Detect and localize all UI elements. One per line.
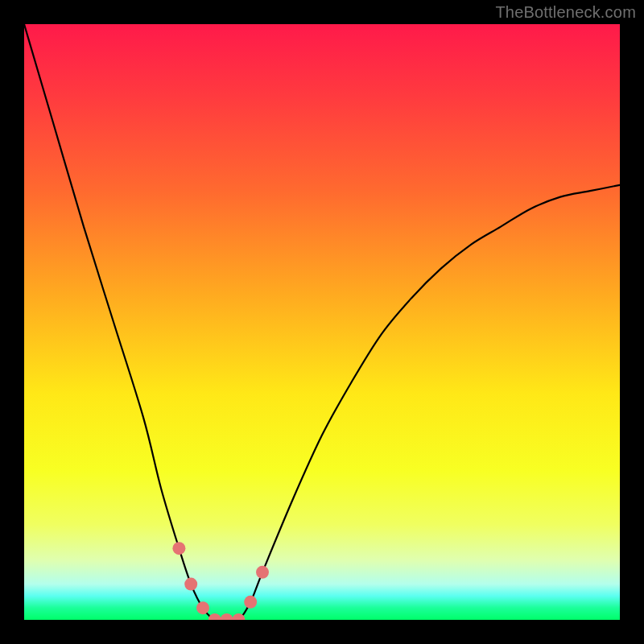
chart-frame: TheBottleneck.com — [0, 0, 644, 644]
curve-svg — [24, 24, 620, 620]
curve-marker — [256, 566, 269, 579]
marker-group — [172, 542, 269, 620]
attribution-text: TheBottleneck.com — [495, 3, 636, 22]
curve-marker — [208, 613, 221, 620]
bottleneck-curve — [24, 24, 620, 620]
curve-marker — [244, 596, 257, 609]
curve-marker — [184, 578, 197, 591]
curve-marker — [221, 613, 233, 620]
plot-area — [24, 24, 620, 620]
curve-marker — [172, 542, 185, 555]
curve-marker — [196, 601, 209, 614]
